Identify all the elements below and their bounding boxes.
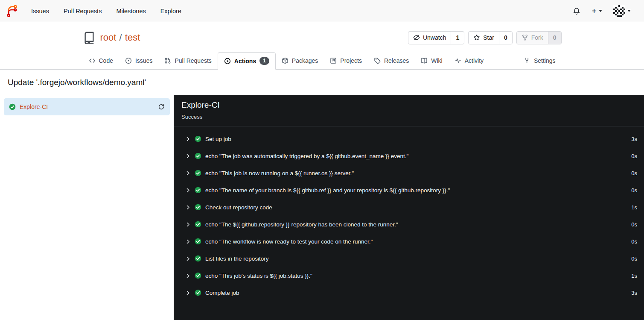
- package-icon: [282, 57, 288, 64]
- step-row[interactable]: echo "The workflow is now ready to test …: [174, 233, 644, 250]
- play-circle-icon: [224, 58, 231, 65]
- step-name: echo "The workflow is now ready to test …: [205, 238, 373, 245]
- success-icon: [195, 238, 201, 245]
- step-duration: 3s: [631, 136, 637, 142]
- success-icon: [195, 135, 201, 142]
- navbar-item-explore[interactable]: Explore: [153, 8, 189, 15]
- chevron-right-icon[interactable]: [185, 290, 191, 296]
- success-icon: [195, 170, 201, 176]
- step-duration: 0s: [631, 255, 637, 262]
- issue-icon: [125, 57, 132, 64]
- tab-settings[interactable]: Settings: [518, 52, 562, 69]
- unwatch-label: Unwatch: [423, 34, 446, 41]
- navbar-item-issues[interactable]: Issues: [24, 8, 56, 15]
- navbar-item-pull-requests[interactable]: Pull Requests: [56, 8, 109, 15]
- step-duration: 0s: [631, 170, 637, 176]
- chevron-right-icon[interactable]: [185, 188, 191, 193]
- run-header: Explore-CI Success: [174, 95, 644, 126]
- chevron-right-icon[interactable]: [185, 256, 191, 261]
- star-button[interactable]: Star 0: [468, 31, 512, 44]
- step-row[interactable]: echo "The ${{ github.repository }} repos…: [174, 216, 644, 233]
- step-name: echo "The job was automatically triggere…: [205, 153, 408, 159]
- step-row[interactable]: echo "The name of your branch is ${{ git…: [174, 182, 644, 199]
- step-duration: 0s: [631, 238, 637, 245]
- success-icon: [195, 255, 201, 262]
- chevron-right-icon[interactable]: [185, 205, 191, 210]
- fork-button[interactable]: Fork 0: [516, 31, 562, 44]
- step-row[interactable]: echo "This job is now running on a ${{ r…: [174, 164, 644, 182]
- eye-slash-icon: [413, 34, 420, 41]
- tab-issues[interactable]: Issues: [119, 52, 158, 69]
- tab-activity[interactable]: Activity: [449, 52, 490, 69]
- step-row[interactable]: Check out repository code 1s: [174, 199, 644, 216]
- step-name: echo "The name of your branch is ${{ git…: [205, 187, 450, 194]
- chevron-right-icon[interactable]: [185, 222, 191, 227]
- repo-owner-link[interactable]: root: [100, 32, 117, 43]
- top-navbar: Issues Pull Requests Milestones Explore …: [0, 0, 644, 22]
- step-name: Set up job: [205, 136, 231, 142]
- fork-icon: [522, 34, 528, 41]
- chevron-right-icon[interactable]: [185, 239, 191, 244]
- plus-icon: +: [592, 7, 597, 15]
- pulse-icon: [455, 57, 461, 64]
- success-icon: [195, 187, 201, 194]
- forks-count: 0: [548, 32, 561, 44]
- tab-pull-requests[interactable]: Pull Requests: [158, 52, 217, 69]
- book-icon: [421, 57, 428, 64]
- job-name: Explore-CI: [20, 103, 154, 110]
- actions-count-badge: 1: [259, 57, 269, 65]
- avatar-identicon: [613, 5, 625, 17]
- step-name: Complete job: [205, 290, 239, 296]
- tab-wiki[interactable]: Wiki: [415, 52, 448, 69]
- rerun-job-button[interactable]: [158, 103, 165, 110]
- step-row[interactable]: echo "The job was automatically triggere…: [174, 147, 644, 164]
- tab-projects[interactable]: Projects: [324, 52, 368, 69]
- chevron-right-icon[interactable]: [185, 273, 191, 279]
- step-row[interactable]: List files in the repository 0s: [174, 250, 644, 267]
- success-icon: [9, 103, 16, 110]
- unwatch-button[interactable]: Unwatch 1: [408, 31, 464, 44]
- repo-action-buttons: Unwatch 1 Star 0: [408, 31, 562, 44]
- tab-actions[interactable]: Actions 1: [218, 52, 276, 70]
- step-name: Check out repository code: [205, 204, 272, 211]
- user-menu-button[interactable]: [608, 5, 636, 17]
- step-row[interactable]: Set up job 3s: [174, 130, 644, 147]
- repo-name-link[interactable]: test: [125, 32, 140, 43]
- run-log-panel: Explore-CI Success Set up job 3s echo "T…: [174, 95, 644, 320]
- fork-label: Fork: [531, 34, 543, 41]
- step-row[interactable]: echo "This job's status is ${{ job.statu…: [174, 267, 644, 284]
- caret-down-icon: [627, 10, 631, 12]
- tab-packages[interactable]: Packages: [276, 52, 324, 69]
- success-icon: [195, 204, 201, 211]
- step-duration: 0s: [631, 221, 637, 228]
- steps-list: Set up job 3s echo "The job was automati…: [174, 126, 644, 305]
- success-icon: [195, 221, 201, 228]
- forgejo-logo[interactable]: [6, 5, 24, 18]
- tools-icon: [524, 57, 530, 64]
- create-new-button[interactable]: +: [586, 7, 608, 15]
- sync-icon: [158, 103, 165, 110]
- tab-code[interactable]: Code: [83, 52, 119, 69]
- repo-tabbar: Code Issues Pull Requests Actions 1: [83, 52, 562, 69]
- success-icon: [195, 153, 201, 159]
- star-icon: [473, 34, 480, 41]
- tab-releases[interactable]: Releases: [368, 52, 415, 69]
- step-duration: 0s: [631, 153, 637, 159]
- repo-book-icon: [83, 31, 96, 44]
- repo-header: root / test Unwatch 1: [0, 22, 644, 70]
- stars-count[interactable]: 0: [499, 32, 512, 44]
- step-row[interactable]: Complete job 3s: [174, 284, 644, 301]
- step-name: echo "The ${{ github.repository }} repos…: [205, 221, 398, 228]
- success-icon: [195, 289, 201, 296]
- navbar-item-milestones[interactable]: Milestones: [109, 8, 153, 15]
- run-view: Explore-CI Explore-CI Success Set up job: [0, 95, 644, 320]
- chevron-right-icon[interactable]: [185, 170, 191, 176]
- notifications-button[interactable]: [567, 7, 586, 15]
- job-item-explore-ci[interactable]: Explore-CI: [4, 98, 170, 115]
- watchers-count[interactable]: 1: [451, 32, 464, 44]
- jobs-sidebar: Explore-CI: [0, 95, 174, 320]
- chevron-right-icon[interactable]: [185, 153, 191, 159]
- chevron-right-icon[interactable]: [185, 136, 191, 142]
- repo-separator: /: [119, 32, 122, 43]
- forgejo-logo-icon: [6, 5, 19, 18]
